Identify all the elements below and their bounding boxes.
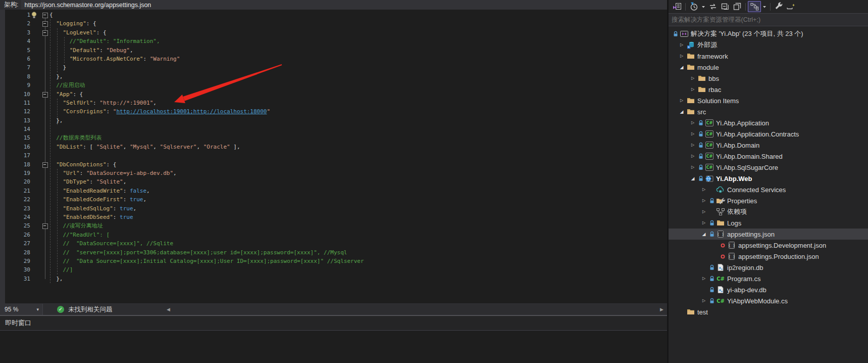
chevron-collapsed-icon[interactable]: ▷ [700, 217, 708, 229]
code-line[interactable]: 24 "EnabledDbSeed": true [0, 213, 667, 221]
fold-collapse-icon[interactable] [42, 30, 48, 36]
code-editor[interactable]: 1{2 "Logging": {3 "LogLevel": {4 //"Defa… [0, 10, 667, 303]
tree-item-7[interactable]: ◢src [669, 106, 868, 117]
tree-item-9[interactable]: ▷C#Yi.Abp.Application.Contracts [669, 128, 868, 140]
code-line[interactable]: 28 // "server=[xxxx];port=3306;database=… [0, 248, 667, 257]
hscrollbar-right-arrow[interactable]: ▶ [660, 304, 663, 315]
tree-item-10[interactable]: ▷C#Yi.Abp.Domain [669, 140, 868, 151]
tree-item-18[interactable]: ◢{ }appsettings.json [669, 229, 868, 240]
chevron-collapsed-icon[interactable]: ▷ [689, 151, 697, 162]
code-line[interactable]: 26 //"ReadUrl": [ [0, 231, 667, 239]
chevron-expanded-icon[interactable]: ◢ [700, 229, 708, 240]
code-line[interactable]: 10 "App": { [0, 90, 667, 99]
code-line[interactable]: 18 "DbConnOptions": { [0, 160, 667, 169]
tree-item-12[interactable]: ▷C#Yi.Abp.SqlSugarCore [669, 162, 868, 173]
code-line[interactable]: 11 "SelfUrl": "http://*:19001", [0, 99, 667, 107]
code-line[interactable]: 21 "EnabledReadWrite": false, [0, 187, 667, 195]
code-line[interactable]: 16 "DbList": [ "Sqlite", "Mysql", "Sqlse… [0, 143, 667, 151]
tree-item-6[interactable]: ▷Solution Items [669, 95, 868, 106]
immediate-window-title[interactable]: 即时窗口 [0, 316, 667, 331]
fold-collapse-icon[interactable] [42, 162, 48, 168]
switch-views-icon[interactable] [671, 2, 683, 12]
chevron-expanded-icon[interactable]: ◢ [678, 62, 686, 73]
tree-item-25[interactable]: test [669, 306, 868, 317]
tree-item-14[interactable]: ▷Connected Services [669, 184, 868, 195]
code-line[interactable]: 13 }, [0, 116, 667, 125]
code-line[interactable]: 6 "Microsoft.AspNetCore": "Warning" [0, 55, 667, 63]
code-line[interactable]: 2 "Logging": { [0, 19, 667, 28]
track-active-item-icon[interactable] [748, 1, 761, 12]
tree-item-13[interactable]: ◢Yi.Abp.Web [669, 173, 868, 184]
code-line[interactable]: 8 }, [0, 72, 667, 81]
tree-item-3[interactable]: ◢module [669, 62, 868, 73]
chevron-collapsed-icon[interactable]: ▷ [700, 195, 708, 206]
fold-collapse-icon[interactable] [42, 92, 48, 98]
code-line[interactable]: 15 //数据库类型列表 [0, 133, 667, 142]
tree-item-20[interactable]: { }appsettings.Production.json [669, 251, 868, 262]
zoom-level-select[interactable]: 95 % ▾ [0, 304, 43, 315]
tree-item-5[interactable]: ▷rbac [669, 84, 868, 95]
chevron-collapsed-icon[interactable]: ▷ [689, 128, 697, 140]
tree-item-24[interactable]: ▷C#YiAbpWebModule.cs [669, 295, 868, 306]
code-line[interactable]: 12 "CorsOrigins": "http://localhost:1900… [0, 107, 667, 116]
tree-item-2[interactable]: ▷framework [669, 51, 868, 62]
code-line[interactable]: 9 //应用启动 [0, 81, 667, 89]
chevron-collapsed-icon[interactable]: ▷ [689, 73, 697, 84]
fold-collapse-icon[interactable] [42, 13, 48, 18]
chevron-expanded-icon[interactable]: ◢ [689, 173, 697, 184]
code-line[interactable]: 30 //] [0, 265, 667, 274]
tree-item-8[interactable]: ▷C#Yi.Abp.Application [669, 117, 868, 128]
code-line[interactable]: 7 } [0, 63, 667, 72]
tree-item-17[interactable]: ▷Logs [669, 217, 868, 229]
chevron-collapsed-icon[interactable]: ▷ [689, 140, 697, 151]
tree-item-15[interactable]: ▷Properties [669, 195, 868, 206]
sync-with-active-document-icon[interactable] [707, 2, 719, 12]
chevron-collapsed-icon[interactable]: ▷ [689, 117, 697, 128]
code-line[interactable]: 14 [0, 125, 667, 133]
tree-item-23[interactable]: yi-abp-dev.db [669, 284, 868, 295]
code-line[interactable]: 19 "Url": "DataSource=yi-abp-dev.db", [0, 169, 667, 177]
fold-collapse-icon[interactable] [42, 223, 48, 229]
code-line[interactable]: 17 [0, 151, 667, 160]
chevron-collapsed-icon[interactable]: ▷ [700, 273, 708, 284]
chevron-collapsed-icon[interactable]: ▷ [689, 84, 697, 95]
collapse-all-icon[interactable] [719, 2, 731, 12]
document-health-indicator[interactable]: ✓ 未找到相关问题 [57, 304, 113, 315]
tree-item-21[interactable]: ip2region.db [669, 262, 868, 273]
chevron-collapsed-icon[interactable]: ▷ [678, 51, 686, 62]
code-line[interactable]: 31 }, [0, 275, 667, 283]
chevron-collapsed-icon[interactable]: ▷ [678, 95, 686, 106]
chevron-collapsed-icon[interactable]: ▷ [700, 295, 708, 306]
code-line[interactable]: 20 "DbType": "Sqlite", [0, 177, 667, 186]
immediate-window-body[interactable] [0, 331, 667, 363]
code-line[interactable]: 1{ [0, 11, 667, 19]
chevron-collapsed-icon[interactable]: ▷ [689, 162, 697, 173]
pending-changes-filter-icon[interactable] [688, 2, 700, 12]
tree-item-22[interactable]: ▷C#Program.cs [669, 273, 868, 284]
code-line[interactable]: 27 // "DataSource=[xxxx]", //Sqlite [0, 239, 667, 248]
tree-item-16[interactable]: ▷依赖项 [669, 206, 868, 217]
code-line[interactable]: 4 //"Default": "Information", [0, 37, 667, 46]
tree-item-4[interactable]: ▷bbs [669, 73, 868, 84]
tree-item-19[interactable]: { }appsettings.Development.json [669, 240, 868, 251]
chevron-collapsed-icon[interactable]: ▷ [678, 39, 686, 51]
code-line[interactable]: 23 "EnabledSqlLog": true, [0, 204, 667, 213]
properties-icon[interactable] [773, 2, 785, 12]
tree-item-solution-root[interactable]: 解决方案 'Yi.Abp' (23 个项目, 共 23 个) [669, 28, 868, 39]
show-all-files-icon[interactable] [731, 2, 743, 12]
preview-selected-items-icon[interactable] [785, 2, 797, 12]
chevron-expanded-icon[interactable]: ◢ [678, 106, 686, 117]
code-line[interactable]: 22 "EnabledCodeFirst": true, [0, 195, 667, 204]
code-line[interactable]: 5 "Default": "Debug", [0, 46, 667, 55]
code-line[interactable]: 29 // "Data Source=[xxxx];Initial Catalo… [0, 257, 667, 265]
search-input[interactable] [669, 16, 868, 23]
code-link[interactable]: http://localhost:19001;http://localhost:… [116, 108, 267, 115]
code-line[interactable]: 25 //读写分离地址 [0, 221, 667, 230]
dropdown-caret-icon[interactable] [761, 2, 768, 12]
chevron-collapsed-icon[interactable]: ▷ [700, 206, 708, 217]
tree-item-11[interactable]: ▷C#Yi.Abp.Domain.Shared [669, 151, 868, 162]
hscrollbar-left-arrow[interactable]: ◀ [167, 304, 170, 315]
tree-item-1[interactable]: ▷外部源 [669, 39, 868, 51]
code-line[interactable]: 3 "LogLevel": { [0, 28, 667, 37]
chevron-collapsed-icon[interactable]: ▷ [700, 184, 708, 195]
